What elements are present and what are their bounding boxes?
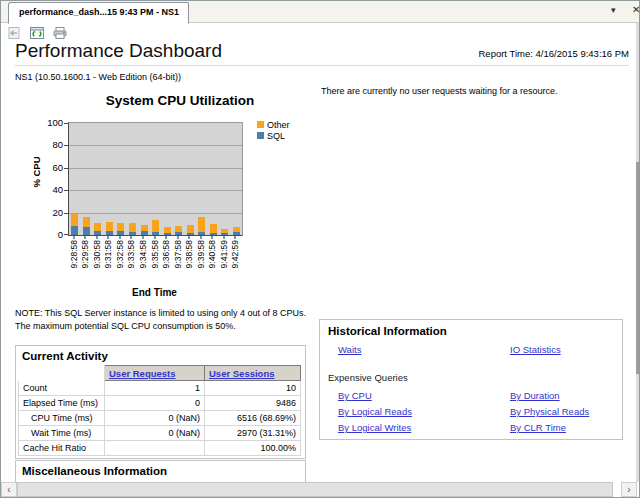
chart-legend: OtherSQL xyxy=(257,119,290,141)
header-cell-user-requests: User Requests xyxy=(105,366,205,381)
link-by-logical-reads[interactable]: By Logical Reads xyxy=(338,406,412,417)
section-title-current-activity: Current Activity xyxy=(16,346,305,362)
bar-segment-other xyxy=(94,223,101,231)
x-axis-tick xyxy=(130,236,132,239)
table-row: CPU Time (ms)0 (NaN)6516 (68.69%) xyxy=(19,411,301,426)
chart-title: System CPU Utilization xyxy=(55,93,305,108)
table-row: Wait Time (ms)0 (NaN)2970 (31.31%) xyxy=(19,426,301,441)
link-by-logical-writes[interactable]: By Logical Writes xyxy=(338,422,411,433)
row-label: Elapsed Time (ms) xyxy=(19,396,105,411)
bar-segment-other xyxy=(187,225,194,233)
y-axis-tick-label: 0 xyxy=(35,229,63,240)
cpu-note-line2: The maximum potential SQL CPU consumptio… xyxy=(15,320,306,333)
gridline xyxy=(69,190,242,191)
no-waiting-message: There are currently no user requests wai… xyxy=(321,86,558,96)
y-axis-tick-label: 80 xyxy=(35,139,63,150)
current-activity-table: User Requests User Sessions Count110Elap… xyxy=(18,365,301,456)
tab-title: performance_dash...15 9:43 PM - NS1 xyxy=(19,7,179,17)
header-divider xyxy=(15,65,629,66)
expensive-queries-label: Expensive Queries xyxy=(328,372,408,383)
header-cell-user-sessions: User Sessions xyxy=(205,366,301,381)
x-axis-tick-label: 9:33:58 xyxy=(126,240,136,268)
x-axis-tick xyxy=(107,236,109,239)
x-axis-tick-label: 9:40:58 xyxy=(207,240,217,268)
bar-segment-sql xyxy=(221,233,228,235)
user-sessions-value: 6516 (68.69%) xyxy=(205,411,301,426)
user-requests-value xyxy=(105,441,205,456)
vscroll-thumb[interactable] xyxy=(636,162,639,374)
x-axis-tick xyxy=(177,236,179,239)
x-axis-tick-label: 9:29:58 xyxy=(80,240,90,268)
tab-list-dropdown-icon[interactable]: ▾ xyxy=(611,5,616,15)
link-by-duration[interactable]: By Duration xyxy=(510,390,560,401)
bar-segment-other xyxy=(198,217,205,232)
bar-segment-sql xyxy=(152,232,159,235)
row-label: Count xyxy=(19,381,105,396)
user-requests-value: 1 xyxy=(105,381,205,396)
link-io-statistics[interactable]: IO Statistics xyxy=(510,344,561,355)
bar-segment-sql xyxy=(83,227,90,235)
y-axis-tick xyxy=(64,168,69,169)
document-tab[interactable]: performance_dash...15 9:43 PM - NS1 xyxy=(8,2,189,24)
cpu-note-line1: NOTE: This SQL Server instance is limite… xyxy=(15,307,306,320)
bar-segment-other xyxy=(210,224,217,233)
user-sessions-value: 100.00% xyxy=(205,441,301,456)
x-axis-label: End Time xyxy=(68,287,241,298)
y-axis-tick xyxy=(64,145,69,146)
x-axis-tick-label: 9:30:58 xyxy=(92,240,102,268)
current-activity-section: Current Activity User Requests User Sess… xyxy=(15,345,306,459)
x-axis-tick xyxy=(142,236,144,239)
bar-segment-sql xyxy=(164,233,171,235)
refresh-icon xyxy=(29,25,45,41)
y-axis-tick-label: 40 xyxy=(35,184,63,195)
hscroll-right-arrow-icon[interactable]: › xyxy=(621,482,637,497)
x-axis-tick xyxy=(84,236,86,239)
back-icon xyxy=(6,25,22,41)
bar-segment-sql xyxy=(71,226,78,235)
link-waits[interactable]: Waits xyxy=(338,344,361,355)
user-requests-value: 0 xyxy=(105,396,205,411)
row-label: CPU Time (ms) xyxy=(19,411,105,426)
legend-item: Other xyxy=(257,119,290,130)
link-by-cpu[interactable]: By CPU xyxy=(338,390,372,401)
header-cell-blank xyxy=(19,366,105,381)
bar-segment-sql xyxy=(210,233,217,235)
vscrollbar[interactable] xyxy=(636,22,639,482)
user-sessions-value: 9486 xyxy=(205,396,301,411)
report-toolbar xyxy=(4,23,70,41)
y-axis-tick xyxy=(64,234,69,235)
y-axis-tick xyxy=(64,213,69,214)
user-sessions-value: 10 xyxy=(205,381,301,396)
x-axis-tick xyxy=(165,236,167,239)
close-icon[interactable]: ✕ xyxy=(632,4,640,15)
link-by-physical-reads[interactable]: By Physical Reads xyxy=(510,406,589,417)
hscroll-left-arrow-icon[interactable]: ‹ xyxy=(1,482,17,497)
x-axis-tick xyxy=(234,236,236,239)
bar-segment-other xyxy=(129,223,136,232)
x-axis-tick xyxy=(119,236,121,239)
x-axis-tick xyxy=(96,236,98,239)
bar-segment-other xyxy=(141,225,148,231)
gridline xyxy=(69,145,242,146)
user-requests-link[interactable]: User Requests xyxy=(109,368,176,379)
hscrollbar[interactable] xyxy=(17,482,613,497)
table-row: Elapsed Time (ms)09486 xyxy=(19,396,301,411)
bar-segment-sql xyxy=(106,231,113,236)
table-row: Cache Hit Ratio100.00% xyxy=(19,441,301,456)
link-by-clr-time[interactable]: By CLR Time xyxy=(510,422,566,433)
hscroll-thumb[interactable] xyxy=(17,482,613,497)
user-requests-value: 0 (NaN) xyxy=(105,426,205,441)
x-axis-tick-label: 9:35:58 xyxy=(150,240,160,268)
server-info: NS1 (10.50.1600.1 - Web Edition (64-bit)… xyxy=(15,72,181,82)
y-axis-tick-label: 20 xyxy=(35,207,63,218)
legend-label: Other xyxy=(267,120,290,130)
bar-segment-sql xyxy=(198,232,205,235)
user-sessions-link[interactable]: User Sessions xyxy=(209,368,274,379)
x-axis-tick xyxy=(73,236,75,239)
row-label: Wait Time (ms) xyxy=(19,426,105,441)
print-icon xyxy=(52,25,68,41)
x-axis-tick xyxy=(211,236,213,239)
legend-item: SQL xyxy=(257,130,290,141)
table-row: Count110 xyxy=(19,381,301,396)
bar-segment-other xyxy=(106,222,113,231)
